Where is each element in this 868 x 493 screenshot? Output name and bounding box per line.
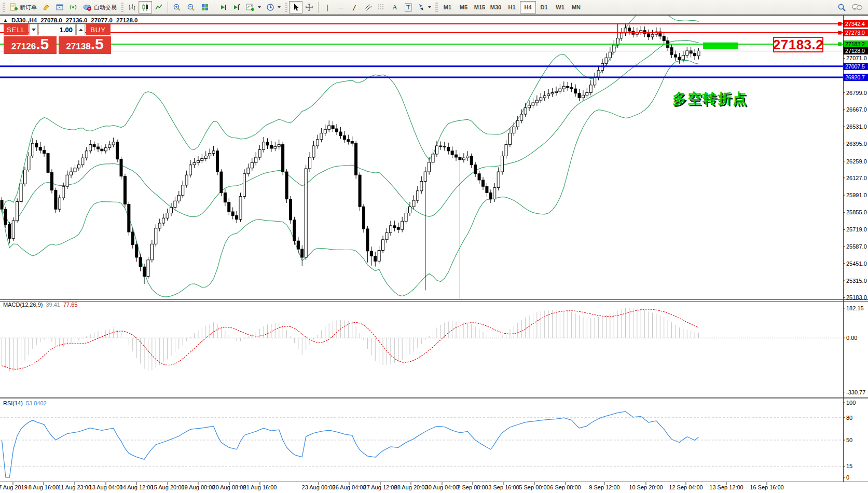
close-value: 27128.0 xyxy=(116,17,138,23)
horizontal-line-tool-button[interactable]: — xyxy=(334,1,348,13)
auto-scroll-button[interactable] xyxy=(216,1,230,13)
candlestick-chart-icon xyxy=(141,3,149,11)
signals-button[interactable] xyxy=(66,1,80,13)
toolbar: 新订单 自动交易 xyxy=(0,0,868,15)
sell-price-display[interactable]: 27126 .5 xyxy=(4,36,57,54)
tile-windows-button[interactable] xyxy=(198,1,212,13)
bar-chart-button[interactable] xyxy=(125,1,139,13)
symbol-period-label: DJ30-,H4 xyxy=(11,17,37,23)
arrows-tool-button[interactable] xyxy=(415,1,434,13)
periods-button[interactable] xyxy=(264,1,283,13)
timeframe-mn-button[interactable]: MN xyxy=(568,1,584,13)
arrow-objects-icon xyxy=(418,3,425,11)
cursor-icon xyxy=(292,3,299,11)
timeframe-m5-button[interactable]: M5 xyxy=(456,1,472,13)
timeframe-m15-button[interactable]: M15 xyxy=(472,1,488,13)
new-order-button[interactable]: 新订单 xyxy=(7,1,39,13)
high-value: 27136.0 xyxy=(66,17,88,23)
price-alert-label[interactable]: 27183.2 xyxy=(773,37,823,52)
triangle-down-icon xyxy=(32,29,36,31)
toolbar-grip[interactable] xyxy=(3,3,5,12)
signals-icon xyxy=(69,3,77,11)
timeframe-d1-button[interactable]: D1 xyxy=(536,1,552,13)
chat-icon[interactable] xyxy=(851,3,863,12)
rsi-value: 53.8402 xyxy=(26,400,47,406)
open-value: 27078.0 xyxy=(40,17,62,23)
crosshair-icon xyxy=(305,3,313,11)
turning-point-annotation[interactable]: 多空转折点 xyxy=(672,89,748,108)
macd-signal-value: 77.65 xyxy=(63,302,78,308)
sell-price-main: 27126 xyxy=(11,38,36,56)
timeframe-m30-button[interactable]: M30 xyxy=(488,1,504,13)
sell-button[interactable]: SELL xyxy=(4,24,29,35)
line-chart-button[interactable] xyxy=(152,1,166,13)
crosshair-tool-button[interactable] xyxy=(302,1,316,13)
macd-name: MACD(12,26,9) xyxy=(3,302,43,308)
cursor-tool-button[interactable] xyxy=(289,1,302,13)
buy-button[interactable]: BUY xyxy=(86,24,111,35)
zoom-out-icon xyxy=(187,3,196,11)
sell-price-fraction: .5 xyxy=(36,36,49,52)
search-icon[interactable] xyxy=(837,3,846,12)
fibonacci-icon xyxy=(377,3,385,11)
timeframe-h4-button[interactable]: H4 xyxy=(520,1,536,13)
new-order-icon xyxy=(9,3,18,11)
one-click-trading-panel: SELL BUY 27126 .5 27138 .5 xyxy=(4,24,111,54)
clock-icon xyxy=(266,3,274,11)
text-label-tool-button[interactable]: T xyxy=(402,1,415,13)
toolbar-separator xyxy=(214,2,214,13)
toolbar-grip[interactable] xyxy=(435,3,438,12)
zoom-in-button[interactable] xyxy=(170,1,184,13)
buy-price-display[interactable]: 27138 .5 xyxy=(59,36,111,54)
text-tool-icon: A xyxy=(392,3,397,11)
macd-main-value: 39.41 xyxy=(46,302,60,308)
zoom-out-button[interactable] xyxy=(184,1,198,13)
chart-shift-icon xyxy=(232,3,241,11)
timeframe-w1-button[interactable]: W1 xyxy=(552,1,568,13)
buy-price-fraction: .5 xyxy=(91,36,104,52)
volume-input[interactable] xyxy=(38,24,76,35)
toolbar-separator xyxy=(168,2,168,13)
text-tool-button[interactable]: A xyxy=(388,1,402,13)
chart-area[interactable] xyxy=(0,0,868,493)
low-value: 27077.0 xyxy=(91,17,113,23)
metaeditor-icon xyxy=(42,3,50,11)
text-label-icon: T xyxy=(405,3,411,12)
metaeditor-button[interactable] xyxy=(39,1,53,13)
timeframe-h1-button[interactable]: H1 xyxy=(504,1,520,13)
trendline-icon: / xyxy=(352,4,356,11)
bar-chart-icon xyxy=(128,3,136,11)
equidistant-channel-icon xyxy=(364,3,372,11)
auto-trading-icon xyxy=(82,3,92,11)
rsi-indicator-label: RSI(14) 53.8402 xyxy=(3,400,47,406)
line-chart-icon xyxy=(155,3,163,11)
toolbar-grip[interactable] xyxy=(285,3,287,12)
toolbar-grip[interactable] xyxy=(121,3,123,12)
new-order-label: 新订单 xyxy=(20,4,37,11)
price-alert-value: 27183.2 xyxy=(773,37,823,53)
toolbar-separator xyxy=(318,2,319,13)
buy-price-main: 27138 xyxy=(66,38,90,56)
auto-scroll-icon xyxy=(219,3,227,11)
channel-tool-button[interactable] xyxy=(361,1,375,13)
fibonacci-tool-button[interactable] xyxy=(375,1,388,13)
horizontal-line-icon: — xyxy=(339,4,343,11)
vertical-line-icon: | xyxy=(325,4,329,11)
mt4-window: 新订单 自动交易 xyxy=(0,0,868,493)
indicators-button[interactable] xyxy=(243,1,264,13)
indicators-icon xyxy=(246,3,255,11)
volume-increase-button[interactable] xyxy=(76,24,85,35)
candlestick-chart-button[interactable] xyxy=(139,1,152,13)
auto-trading-button[interactable]: 自动交易 xyxy=(80,1,119,13)
terminal-window-icon xyxy=(56,3,64,11)
volume-decrease-button[interactable] xyxy=(29,24,38,35)
trendline-tool-button[interactable]: / xyxy=(348,1,361,13)
terminal-window-button[interactable] xyxy=(53,1,66,13)
chevron-down-icon xyxy=(278,6,281,8)
macd-indicator-label: MACD(12,26,9) 39.41 77.65 xyxy=(3,302,77,308)
chart-shift-button[interactable] xyxy=(230,1,243,13)
vertical-line-tool-button[interactable]: | xyxy=(321,1,334,13)
timeframe-m1-button[interactable]: M1 xyxy=(439,1,456,13)
triangle-up-icon xyxy=(79,29,83,31)
collapse-panel-icon[interactable]: ▲ xyxy=(3,18,8,23)
